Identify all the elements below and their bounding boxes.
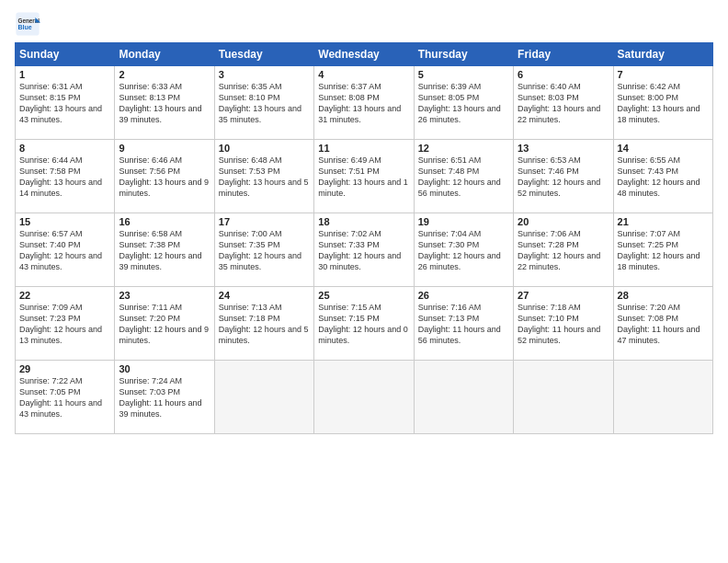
calendar-cell: 8 Sunrise: 6:44 AMSunset: 7:58 PMDayligh…: [16, 140, 115, 213]
day-number: 12: [418, 143, 509, 154]
day-info: Sunrise: 6:37 AMSunset: 8:08 PMDaylight:…: [318, 82, 401, 124]
day-number: 23: [119, 290, 210, 301]
day-info: Sunrise: 7:24 AMSunset: 7:03 PMDaylight:…: [119, 376, 201, 419]
day-number: 14: [618, 143, 709, 154]
calendar-cell: 17 Sunrise: 7:00 AMSunset: 7:35 PMDaylig…: [214, 213, 313, 287]
logo-icon: General Blue: [15, 11, 40, 37]
week-row-3: 15 Sunrise: 6:57 AMSunset: 7:40 PMDaylig…: [16, 213, 713, 287]
day-info: Sunrise: 7:06 AMSunset: 7:28 PMDaylight:…: [518, 229, 600, 271]
calendar-cell: 10 Sunrise: 6:48 AMSunset: 7:53 PMDaylig…: [214, 140, 313, 213]
day-header-tuesday: Tuesday: [214, 43, 313, 66]
day-info: Sunrise: 7:18 AMSunset: 7:10 PMDaylight:…: [518, 303, 600, 345]
calendar-cell: 4 Sunrise: 6:37 AMSunset: 8:08 PMDayligh…: [314, 66, 414, 140]
calendar-cell: 18 Sunrise: 7:02 AMSunset: 7:33 PMDaylig…: [314, 213, 414, 287]
day-info: Sunrise: 6:40 AMSunset: 8:03 PMDaylight:…: [518, 82, 600, 124]
calendar-cell: [314, 361, 414, 434]
day-number: 16: [119, 216, 210, 227]
day-info: Sunrise: 6:57 AMSunset: 7:40 PMDaylight:…: [19, 229, 102, 271]
calendar-cell: 3 Sunrise: 6:35 AMSunset: 8:10 PMDayligh…: [214, 66, 313, 140]
day-header-sunday: Sunday: [16, 43, 115, 66]
calendar-cell: 22 Sunrise: 7:09 AMSunset: 7:23 PMDaylig…: [16, 287, 115, 361]
day-number: 7: [618, 69, 709, 80]
day-number: 3: [219, 69, 310, 80]
calendar-cell: 11 Sunrise: 6:49 AMSunset: 7:51 PMDaylig…: [314, 140, 414, 213]
calendar-cell: 7 Sunrise: 6:42 AMSunset: 8:00 PMDayligh…: [613, 66, 712, 140]
day-number: 13: [518, 143, 609, 154]
day-info: Sunrise: 6:58 AMSunset: 7:38 PMDaylight:…: [119, 229, 201, 271]
header-row: General Blue: [15, 11, 713, 37]
day-info: Sunrise: 7:00 AMSunset: 7:35 PMDaylight:…: [219, 229, 301, 271]
calendar-cell: 30 Sunrise: 7:24 AMSunset: 7:03 PMDaylig…: [115, 361, 214, 434]
day-number: 22: [19, 290, 110, 301]
day-number: 25: [318, 290, 409, 301]
day-number: 24: [219, 290, 310, 301]
day-info: Sunrise: 7:09 AMSunset: 7:23 PMDaylight:…: [19, 303, 102, 345]
day-number: 1: [19, 69, 110, 80]
day-number: 2: [119, 69, 210, 80]
calendar-cell: 2 Sunrise: 6:33 AMSunset: 8:13 PMDayligh…: [115, 66, 214, 140]
day-info: Sunrise: 6:44 AMSunset: 7:58 PMDaylight:…: [19, 155, 102, 198]
day-info: Sunrise: 7:13 AMSunset: 7:18 PMDaylight:…: [219, 303, 309, 345]
day-info: Sunrise: 6:31 AMSunset: 8:15 PMDaylight:…: [19, 82, 102, 124]
day-info: Sunrise: 7:11 AMSunset: 7:20 PMDaylight:…: [119, 303, 209, 345]
calendar-cell: 19 Sunrise: 7:04 AMSunset: 7:30 PMDaylig…: [414, 213, 513, 287]
week-row-4: 22 Sunrise: 7:09 AMSunset: 7:23 PMDaylig…: [16, 287, 713, 361]
calendar-cell: 12 Sunrise: 6:51 AMSunset: 7:48 PMDaylig…: [414, 140, 513, 213]
day-info: Sunrise: 7:04 AMSunset: 7:30 PMDaylight:…: [418, 229, 501, 271]
day-info: Sunrise: 7:07 AMSunset: 7:25 PMDaylight:…: [618, 229, 700, 271]
day-header-monday: Monday: [115, 43, 214, 66]
calendar-cell: 27 Sunrise: 7:18 AMSunset: 7:10 PMDaylig…: [514, 287, 613, 361]
day-info: Sunrise: 6:48 AMSunset: 7:53 PMDaylight:…: [219, 155, 309, 198]
day-info: Sunrise: 6:55 AMSunset: 7:43 PMDaylight:…: [618, 155, 700, 198]
day-number: 15: [19, 216, 110, 227]
day-header-friday: Friday: [514, 43, 613, 66]
day-info: Sunrise: 6:53 AMSunset: 7:46 PMDaylight:…: [518, 155, 600, 198]
day-number: 11: [318, 143, 409, 154]
day-info: Sunrise: 6:33 AMSunset: 8:13 PMDaylight:…: [119, 82, 201, 124]
day-header-thursday: Thursday: [414, 43, 513, 66]
day-number: 19: [418, 216, 509, 227]
day-number: 20: [518, 216, 609, 227]
day-info: Sunrise: 7:22 AMSunset: 7:05 PMDaylight:…: [19, 376, 102, 419]
day-info: Sunrise: 7:20 AMSunset: 7:08 PMDaylight:…: [618, 303, 700, 345]
logo: General Blue: [15, 11, 42, 37]
calendar-cell: 15 Sunrise: 6:57 AMSunset: 7:40 PMDaylig…: [16, 213, 115, 287]
calendar-cell: 9 Sunrise: 6:46 AMSunset: 7:56 PMDayligh…: [115, 140, 214, 213]
day-info: Sunrise: 6:46 AMSunset: 7:56 PMDaylight:…: [119, 155, 209, 198]
day-number: 21: [618, 216, 709, 227]
week-row-2: 8 Sunrise: 6:44 AMSunset: 7:58 PMDayligh…: [16, 140, 713, 213]
svg-text:Blue: Blue: [18, 24, 32, 30]
week-row-1: 1 Sunrise: 6:31 AMSunset: 8:15 PMDayligh…: [16, 66, 713, 140]
calendar-cell: 5 Sunrise: 6:39 AMSunset: 8:05 PMDayligh…: [414, 66, 513, 140]
day-number: 29: [19, 363, 110, 374]
day-number: 4: [318, 69, 409, 80]
day-info: Sunrise: 6:42 AMSunset: 8:00 PMDaylight:…: [618, 82, 700, 124]
day-info: Sunrise: 6:39 AMSunset: 8:05 PMDaylight:…: [418, 82, 501, 124]
calendar-cell: 29 Sunrise: 7:22 AMSunset: 7:05 PMDaylig…: [16, 361, 115, 434]
day-info: Sunrise: 6:35 AMSunset: 8:10 PMDaylight:…: [219, 82, 301, 124]
calendar-table: SundayMondayTuesdayWednesdayThursdayFrid…: [15, 42, 713, 434]
day-info: Sunrise: 7:15 AMSunset: 7:15 PMDaylight:…: [318, 303, 408, 345]
calendar-cell: [414, 361, 513, 434]
day-number: 9: [119, 143, 210, 154]
day-number: 18: [318, 216, 409, 227]
calendar-cell: 21 Sunrise: 7:07 AMSunset: 7:25 PMDaylig…: [613, 213, 712, 287]
calendar-cell: 1 Sunrise: 6:31 AMSunset: 8:15 PMDayligh…: [16, 66, 115, 140]
calendar-cell: 16 Sunrise: 6:58 AMSunset: 7:38 PMDaylig…: [115, 213, 214, 287]
day-info: Sunrise: 6:51 AMSunset: 7:48 PMDaylight:…: [418, 155, 501, 198]
day-info: Sunrise: 6:49 AMSunset: 7:51 PMDaylight:…: [318, 155, 408, 198]
day-header-wednesday: Wednesday: [314, 43, 414, 66]
day-number: 10: [219, 143, 310, 154]
day-info: Sunrise: 7:16 AMSunset: 7:13 PMDaylight:…: [418, 303, 501, 345]
calendar-cell: 14 Sunrise: 6:55 AMSunset: 7:43 PMDaylig…: [613, 140, 712, 213]
week-row-5: 29 Sunrise: 7:22 AMSunset: 7:05 PMDaylig…: [16, 361, 713, 434]
calendar-cell: 25 Sunrise: 7:15 AMSunset: 7:15 PMDaylig…: [314, 287, 414, 361]
header-row-days: SundayMondayTuesdayWednesdayThursdayFrid…: [16, 43, 713, 66]
day-number: 6: [518, 69, 609, 80]
day-number: 27: [518, 290, 609, 301]
day-number: 30: [119, 363, 210, 374]
calendar-cell: [514, 361, 613, 434]
calendar-cell: 26 Sunrise: 7:16 AMSunset: 7:13 PMDaylig…: [414, 287, 513, 361]
calendar-cell: [613, 361, 712, 434]
calendar-cell: 6 Sunrise: 6:40 AMSunset: 8:03 PMDayligh…: [514, 66, 613, 140]
